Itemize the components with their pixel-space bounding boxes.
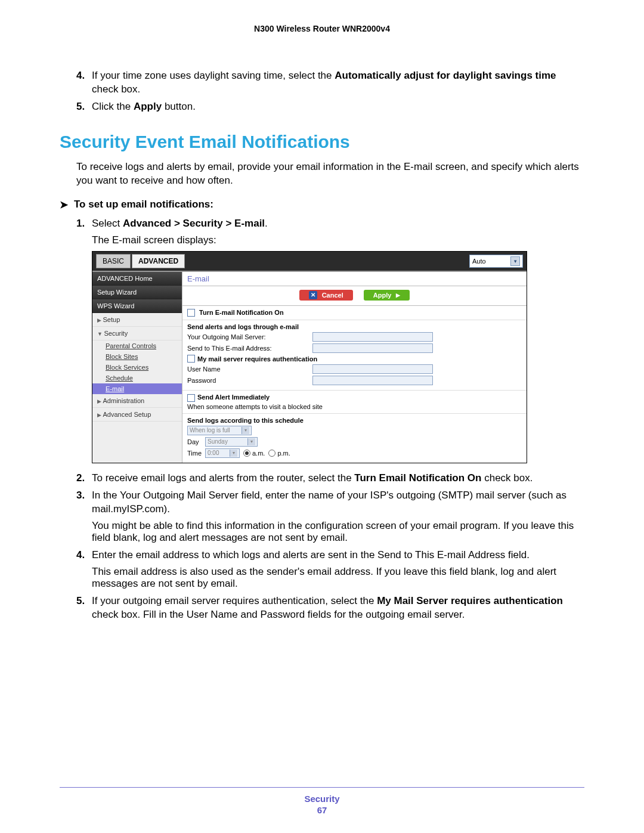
step-number: 5. — [76, 594, 92, 622]
step-text: In the Your Outgoing Mail Server field, … — [92, 489, 584, 516]
text: Select — [92, 218, 123, 229]
day-label: Day — [187, 438, 205, 445]
tab-advanced[interactable]: ADVANCED — [132, 254, 185, 268]
sidebar-sub-parental[interactable]: Parental Controls — [92, 340, 182, 351]
chevron-down-icon: ▾ — [230, 450, 237, 457]
cancel-button[interactable]: Cancel — [299, 290, 353, 301]
intro-paragraph: To receive logs and alerts by email, pro… — [76, 160, 584, 188]
arrow-icon: ➤ — [60, 199, 68, 211]
language-value: Auto — [472, 258, 486, 265]
step-number: 5. — [76, 100, 92, 114]
step-number: 4. — [76, 549, 92, 562]
turn-on-checkbox[interactable] — [187, 309, 195, 317]
bold-text: Apply — [134, 101, 162, 112]
sidebar-item-administration[interactable]: Administration — [92, 394, 182, 408]
panel-title: E-mail — [182, 272, 527, 286]
send-to-input[interactable] — [312, 343, 433, 353]
task-step-1: 1. Select Advanced > Security > E-mail. — [76, 217, 584, 231]
password-input[interactable] — [312, 376, 433, 385]
router-ui-screenshot: BASIC ADVANCED Auto ▾ ADVANCED Home Setu… — [92, 251, 527, 463]
chevron-down-icon: ▾ — [242, 427, 249, 434]
am-label: a.m. — [252, 450, 265, 457]
sidebar: ADVANCED Home Setup Wizard WPS Wizard Se… — [92, 272, 182, 463]
sidebar-sub-schedule[interactable]: Schedule — [92, 373, 182, 383]
alert-immediate-checkbox[interactable] — [187, 394, 195, 402]
page-footer: Security 67 — [0, 787, 644, 815]
tab-bar: BASIC ADVANCED Auto ▾ — [92, 252, 527, 271]
task-step-3-sub: You might be able to find this informati… — [92, 520, 584, 544]
turn-on-label: Turn E-mail Notification On — [199, 309, 284, 316]
doc-header: N300 Wireless Router WNR2000v4 — [60, 24, 584, 33]
text: Click the — [92, 101, 134, 112]
time-select[interactable]: 0:00▾ — [205, 448, 240, 458]
bold-text: Automatically adjust for daylight saving… — [335, 70, 556, 81]
bold-text: My Mail Server requires authentication — [377, 595, 563, 606]
footer-page-number: 67 — [0, 805, 644, 815]
sidebar-sub-block-services[interactable]: Block Services — [92, 362, 182, 373]
outgoing-server-input[interactable] — [312, 332, 433, 342]
step-number: 3. — [76, 489, 92, 516]
task-step-5: 5. If your outgoing email server require… — [76, 594, 584, 622]
alert-desc: When someone attempts to visit a blocked… — [187, 403, 522, 410]
auth-checkbox[interactable] — [187, 355, 195, 363]
tab-basic[interactable]: BASIC — [96, 254, 131, 268]
time-value: 0:00 — [208, 450, 219, 456]
schedule-value: When log is full — [190, 427, 230, 433]
am-radio[interactable] — [243, 450, 250, 457]
task-title: To set up email notifications: — [74, 199, 213, 210]
task-step-1-sub: The E-mail screen displays: — [92, 234, 584, 246]
text: To receive email logs and alerts from th… — [92, 472, 354, 484]
chevron-down-icon: ▾ — [247, 438, 255, 445]
button-row: Cancel Apply — [182, 286, 527, 306]
task-step-4-sub: This email address is also used as the s… — [92, 566, 584, 590]
sidebar-item-advanced-setup[interactable]: Advanced Setup — [92, 408, 182, 422]
alert-immediate-label: Send Alert Immediately — [197, 394, 270, 401]
text: button. — [162, 101, 196, 112]
chevron-down-icon: ▾ — [510, 256, 520, 266]
sidebar-item-setup[interactable]: Setup — [92, 313, 182, 327]
sidebar-item-wps-wizard[interactable]: WPS Wizard — [92, 299, 182, 313]
username-input[interactable] — [312, 364, 433, 374]
cancel-label: Cancel — [322, 292, 343, 299]
text: check box. Fill in the User Name and Pas… — [92, 609, 465, 620]
day-value: Sunday — [208, 438, 228, 445]
step-text: Click the Apply button. — [92, 100, 584, 114]
footer-section-name: Security — [0, 794, 644, 804]
text: If your time zone uses daylight saving t… — [92, 70, 335, 81]
step-text: To receive email logs and alerts from th… — [92, 472, 584, 485]
pm-radio[interactable] — [268, 450, 275, 457]
step-text: If your time zone uses daylight saving t… — [92, 69, 584, 97]
step-number: 2. — [76, 472, 92, 485]
sidebar-sub-email[interactable]: E-mail — [92, 383, 182, 394]
step-4-top: 4. If your time zone uses daylight savin… — [76, 69, 584, 97]
time-label: Time — [187, 450, 205, 457]
footer-divider — [60, 787, 584, 788]
step-number: 1. — [76, 217, 92, 231]
pm-label: p.m. — [277, 450, 290, 457]
step-text: Select Advanced > Security > E-mail. — [92, 217, 584, 231]
username-label: User Name — [187, 366, 312, 373]
sidebar-item-adv-home[interactable]: ADVANCED Home — [92, 272, 182, 286]
sidebar-item-setup-wizard[interactable]: Setup Wizard — [92, 286, 182, 299]
task-heading: ➤ To set up email notifications: — [60, 199, 584, 211]
apply-button[interactable]: Apply — [364, 290, 410, 301]
day-select[interactable]: Sunday▾ — [205, 437, 258, 447]
sidebar-sub-block-sites[interactable]: Block Sites — [92, 351, 182, 362]
send-alerts-heading: Send alerts and logs through e-mail — [187, 323, 522, 330]
text: If your outgoing email server requires a… — [92, 595, 377, 606]
step-text: If your outgoing email server requires a… — [92, 594, 584, 622]
task-step-2: 2. To receive email logs and alerts from… — [76, 472, 584, 485]
task-step-3: 3. In the Your Outgoing Mail Server fiel… — [76, 489, 584, 516]
section-heading: Security Event Email Notifications — [60, 132, 584, 152]
text: check box. — [481, 472, 532, 484]
step-5-top: 5. Click the Apply button. — [76, 100, 584, 114]
step-number: 4. — [76, 69, 92, 97]
sidebar-item-security[interactable]: Security — [92, 327, 182, 340]
apply-label: Apply — [373, 292, 392, 299]
task-step-4: 4. Enter the email address to which logs… — [76, 549, 584, 562]
text: . — [265, 218, 268, 229]
text: check box. — [92, 83, 140, 95]
schedule-select[interactable]: When log is full▾ — [187, 426, 252, 435]
language-select[interactable]: Auto ▾ — [469, 255, 523, 268]
password-label: Password — [187, 377, 312, 384]
